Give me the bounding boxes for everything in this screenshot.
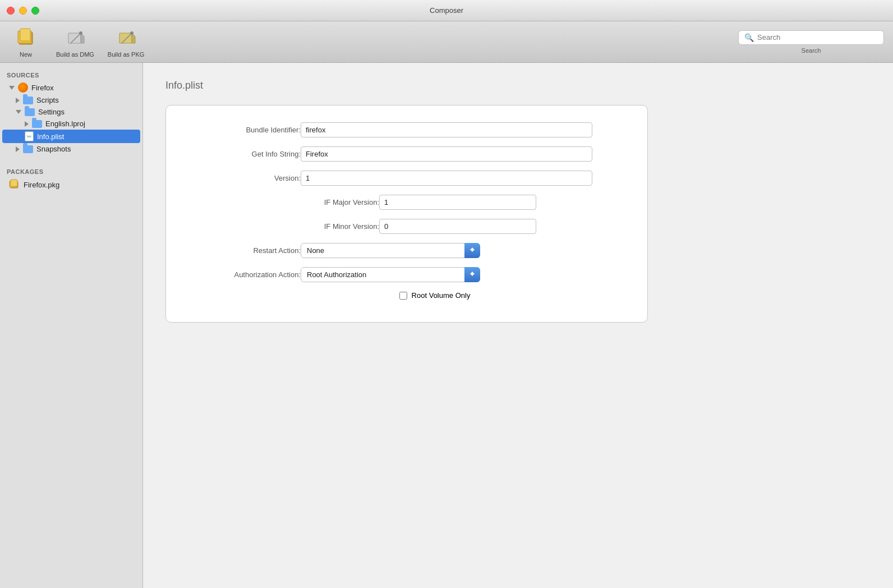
build-pkg-label: Build as PKG: [108, 51, 144, 58]
if-major-version-label: IF Major Version:: [188, 198, 379, 206]
english-lproj-folder-icon: [32, 120, 42, 128]
info-plist-file-icon: txt: [25, 131, 34, 141]
restart-action-wrapper: None Logout Restart Shutdown: [301, 243, 480, 258]
build-pkg-button[interactable]: Build as PKG: [108, 26, 144, 58]
packages-section-label: PACKAGES: [0, 164, 142, 177]
new-label: New: [20, 51, 32, 58]
sidebar-item-firefox-pkg[interactable]: Firefox.pkg: [0, 177, 142, 192]
sidebar: SOURCES Firefox Scripts Settings English…: [0, 63, 143, 588]
info-plist-label: Info.plist: [37, 132, 64, 141]
english-lproj-label: English.lproj: [45, 120, 85, 128]
bundle-identifier-input[interactable]: [301, 122, 592, 137]
search-input[interactable]: [757, 33, 878, 42]
build-dmg-icon: [64, 26, 86, 49]
if-major-version-row: IF Major Version:: [188, 195, 625, 210]
minimize-button[interactable]: [19, 7, 27, 15]
traffic-lights: [7, 7, 39, 15]
authorization-action-row: Authorization Action: Root Authorization…: [188, 267, 625, 282]
sources-section-label: SOURCES: [0, 67, 142, 81]
restart-action-row: Restart Action: None Logout Restart Shut…: [188, 243, 625, 258]
sidebar-item-scripts[interactable]: Scripts: [0, 94, 142, 106]
toolbar: New Build as DMG Build as PKG 🔍: [0, 21, 893, 63]
get-info-string-row: Get Info String:: [188, 146, 625, 162]
settings-label: Settings: [38, 108, 65, 116]
search-label: Search: [802, 47, 821, 54]
authorization-action-label: Authorization Action:: [188, 270, 301, 279]
content-area: Info.plist Bundle Identifier: Get Info S…: [143, 63, 893, 588]
english-lproj-expand-icon: [25, 121, 29, 127]
get-info-string-input[interactable]: [301, 146, 592, 162]
new-icon: [15, 26, 37, 49]
bundle-identifier-label: Bundle Identifier:: [188, 126, 301, 134]
svg-rect-13: [11, 180, 17, 186]
svg-rect-2: [20, 29, 30, 41]
build-pkg-icon: [115, 26, 137, 49]
search-icon: 🔍: [744, 33, 754, 42]
firefox-app-icon: [18, 82, 28, 93]
page-title: Info.plist: [165, 80, 871, 91]
if-minor-version-label: IF Minor Version:: [188, 222, 379, 231]
scripts-expand-icon: [16, 98, 20, 103]
settings-expand-icon: [16, 110, 21, 114]
root-volume-only-checkbox[interactable]: [399, 292, 407, 300]
root-volume-only-label: Root Volume Only: [412, 291, 471, 300]
build-dmg-button[interactable]: Build as DMG: [56, 26, 94, 58]
sidebar-item-settings[interactable]: Settings: [0, 106, 142, 118]
title-bar: Composer: [0, 0, 893, 21]
form-card: Bundle Identifier: Get Info String: Vers…: [165, 105, 648, 323]
sidebar-item-firefox[interactable]: Firefox: [0, 81, 142, 94]
main-layout: SOURCES Firefox Scripts Settings English…: [0, 63, 893, 588]
svg-point-6: [79, 31, 82, 35]
scripts-folder-icon: [23, 97, 33, 104]
snapshots-expand-icon: [16, 146, 20, 152]
snapshots-folder-icon: [23, 145, 33, 153]
version-label: Version:: [188, 174, 301, 182]
version-row: Version:: [188, 171, 625, 186]
sidebar-item-snapshots[interactable]: Snapshots: [0, 143, 142, 155]
version-input[interactable]: [301, 171, 592, 186]
close-button[interactable]: [7, 7, 15, 15]
firefox-expand-icon: [9, 86, 15, 90]
restart-action-label: Restart Action:: [188, 246, 301, 255]
window-title: Composer: [430, 6, 463, 15]
sidebar-item-info-plist[interactable]: txt Info.plist: [2, 130, 140, 143]
authorization-action-select[interactable]: Root Authorization No Authorization Admi…: [301, 267, 480, 282]
snapshots-label: Snapshots: [36, 145, 71, 153]
restart-action-select[interactable]: None Logout Restart Shutdown: [301, 243, 480, 258]
build-dmg-label: Build as DMG: [56, 51, 94, 58]
if-minor-version-input[interactable]: [379, 219, 536, 234]
search-box[interactable]: 🔍: [738, 30, 884, 45]
scripts-label: Scripts: [36, 96, 59, 104]
if-minor-version-row: IF Minor Version:: [188, 219, 625, 234]
bundle-identifier-row: Bundle Identifier:: [188, 122, 625, 137]
settings-folder-icon: [25, 108, 35, 116]
firefox-label: Firefox: [31, 84, 54, 92]
new-button[interactable]: New: [9, 26, 43, 58]
root-volume-only-row: Root Volume Only: [245, 291, 625, 300]
authorization-action-wrapper: Root Authorization No Authorization Admi…: [301, 267, 480, 282]
firefox-pkg-icon: [9, 179, 20, 190]
get-info-string-label: Get Info String:: [188, 150, 301, 158]
maximize-button[interactable]: [31, 7, 39, 15]
svg-point-10: [130, 31, 134, 35]
firefox-pkg-label: Firefox.pkg: [24, 181, 59, 189]
if-major-version-input[interactable]: [379, 195, 536, 210]
sidebar-item-english-lproj[interactable]: English.lproj: [0, 118, 142, 130]
